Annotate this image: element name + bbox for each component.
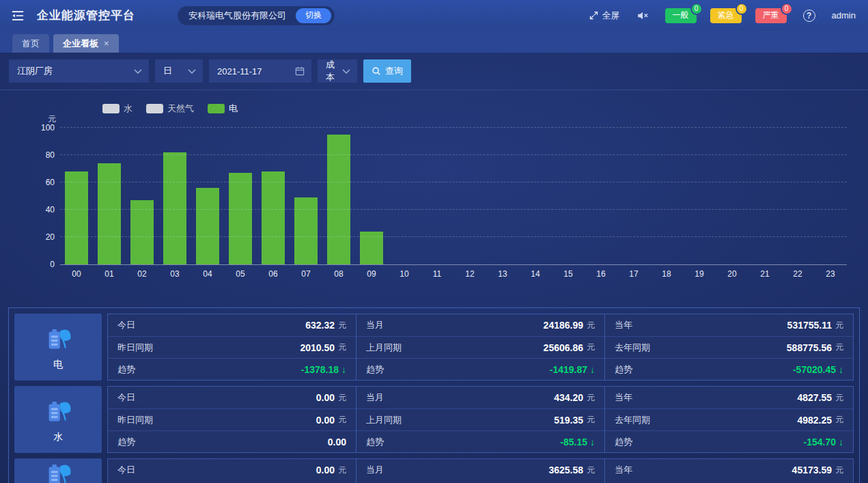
tab-strip: 首页 企业看板 × — [0, 31, 868, 53]
table-cell: 昨日同期2010.50元 — [108, 336, 356, 358]
table-column-day: 今日0.00元昨日同期0.00元趋势0.00 — [108, 387, 356, 452]
alarm-badge-severe[interactable]: 严重 0 — [755, 8, 787, 23]
fullscreen-button[interactable]: 全屏 — [589, 10, 620, 22]
battery-leaf-icon — [42, 458, 74, 483]
x-tick-label: 17 — [617, 269, 650, 279]
legend-swatch — [146, 104, 163, 113]
help-icon[interactable]: ? — [803, 10, 815, 22]
cell-label: 当月 — [366, 319, 384, 331]
table-cell: 昨日同期0.00元 — [108, 409, 356, 430]
table-cell: 当月24186.99元 — [356, 314, 604, 336]
chart-category-slot: 00 — [60, 128, 93, 264]
y-tick-label: 60 — [26, 178, 55, 187]
tab-enterprise-dashboard[interactable]: 企业看板 × — [53, 34, 119, 53]
legend-label: 电 — [229, 102, 238, 115]
legend-item-电[interactable]: 电 — [208, 102, 238, 115]
table-cell: 趋势-57020.45↓ — [605, 358, 853, 380]
company-name: 安科瑞电气股份有限公司 — [188, 10, 286, 22]
period-select[interactable]: 日 — [155, 59, 203, 83]
menu-fold-icon[interactable] — [8, 6, 27, 25]
energy-type-label: 水 — [53, 431, 63, 443]
table-column-day: 今日0.00元 — [108, 459, 356, 483]
app-header: 企业能源管控平台 安科瑞电气股份有限公司 切换 全屏 一般 0 紧急 0 — [0, 0, 868, 31]
table-cell: 上月同期519.35元 — [356, 409, 604, 430]
x-tick-label: 03 — [158, 269, 191, 279]
cell-label: 趋势 — [615, 363, 632, 376]
energy-type-label: 电 — [53, 359, 63, 371]
trend-down-icon: ↓ — [839, 437, 843, 447]
cell-unit: 元 — [338, 414, 346, 426]
chart-category-slot: 22 — [781, 128, 814, 264]
chart-legend: 水天然气电 — [102, 102, 238, 115]
cell-label: 去年同期 — [615, 342, 650, 354]
table-column-year: 当年531755.11元去年同期588775.56元趋势-57020.45↓ — [604, 314, 853, 380]
tab-label: 首页 — [22, 38, 40, 50]
x-tick-label: 11 — [421, 269, 453, 279]
cell-value: -154.70 — [804, 437, 836, 447]
table-cell: 趋势0.00 — [108, 430, 356, 452]
cell-unit: 元 — [338, 320, 346, 331]
table-cell: 当月3625.58元 — [356, 459, 604, 481]
chart-category-slot: 21 — [748, 128, 781, 264]
cell-unit: 元 — [587, 414, 595, 426]
x-tick-label: 02 — [126, 269, 158, 279]
cell-value: 519.35 — [554, 415, 583, 426]
battery-leaf-icon — [42, 396, 74, 427]
alarm-badge-urgent[interactable]: 紧急 0 — [710, 8, 742, 23]
y-tick-label: 0 — [26, 260, 55, 269]
metric-select[interactable]: 成本 — [318, 59, 357, 83]
cell-value: 2010.50 — [300, 342, 335, 353]
chart-category-slot: 18 — [650, 128, 683, 264]
cell-label: 上月同期 — [366, 414, 402, 426]
chevron-down-icon — [188, 69, 196, 74]
date-picker[interactable]: 2021-11-17 — [209, 59, 311, 83]
cell-unit: 元 — [835, 414, 843, 426]
table-cells: 今日632.32元昨日同期2010.50元趋势-1378.18↓ 当月24186… — [107, 314, 854, 381]
cell-value: -85.15 — [560, 437, 587, 447]
legend-item-水[interactable]: 水 — [102, 102, 132, 115]
legend-swatch — [102, 104, 120, 113]
legend-item-天然气[interactable]: 天然气 — [146, 102, 194, 115]
cell-label: 当年 — [615, 464, 632, 476]
energy-type-card: 水 — [14, 386, 102, 453]
username[interactable]: admin — [832, 10, 856, 20]
chart-category-slot: 03 — [158, 128, 191, 264]
x-tick-label: 13 — [486, 269, 519, 279]
cell-label: 当年 — [615, 391, 632, 404]
alarm-count: 0 — [690, 3, 703, 15]
close-icon[interactable]: × — [104, 39, 109, 48]
cell-unit: 元 — [587, 342, 595, 353]
bar-02 — [130, 200, 154, 264]
table-cell: 趋势-1419.87↓ — [356, 358, 604, 380]
chart-category-slot: 04 — [191, 128, 224, 264]
chart-category-slot: 02 — [126, 128, 158, 264]
cell-unit: 元 — [835, 342, 843, 353]
tab-home[interactable]: 首页 — [12, 34, 49, 53]
cell-label: 趋势 — [366, 363, 384, 376]
y-tick-label: 40 — [26, 205, 55, 215]
x-tick-label: 21 — [748, 269, 781, 279]
cell-value: 4982.25 — [797, 415, 832, 426]
cell-label: 趋势 — [615, 436, 632, 448]
cell-label: 昨日同期 — [117, 342, 153, 354]
cell-label: 趋势 — [117, 436, 135, 448]
table-cell: 去年同期4982.25元 — [605, 409, 853, 430]
cell-label: 上月同期 — [366, 342, 402, 354]
alarm-label: 紧急 — [718, 10, 734, 21]
tab-label: 企业看板 — [63, 38, 98, 50]
gridline — [60, 209, 847, 210]
site-select-value: 江阴厂房 — [17, 65, 128, 77]
chart-category-slot: 14 — [519, 128, 552, 264]
gridline — [60, 182, 847, 182]
query-button[interactable]: 查询 — [363, 59, 411, 83]
cell-label: 今日 — [117, 464, 135, 476]
alarm-label: 一般 — [673, 10, 689, 21]
cell-unit: 元 — [587, 392, 595, 404]
mute-speaker-icon[interactable] — [636, 10, 649, 21]
cell-value: 588775.56 — [787, 342, 832, 353]
cell-label: 当月 — [366, 391, 384, 404]
switch-company-button[interactable]: 切换 — [296, 8, 331, 23]
alarm-badge-general[interactable]: 一般 0 — [665, 8, 697, 23]
site-select[interactable]: 江阴厂房 — [9, 59, 149, 83]
x-tick-label: 16 — [585, 269, 617, 279]
